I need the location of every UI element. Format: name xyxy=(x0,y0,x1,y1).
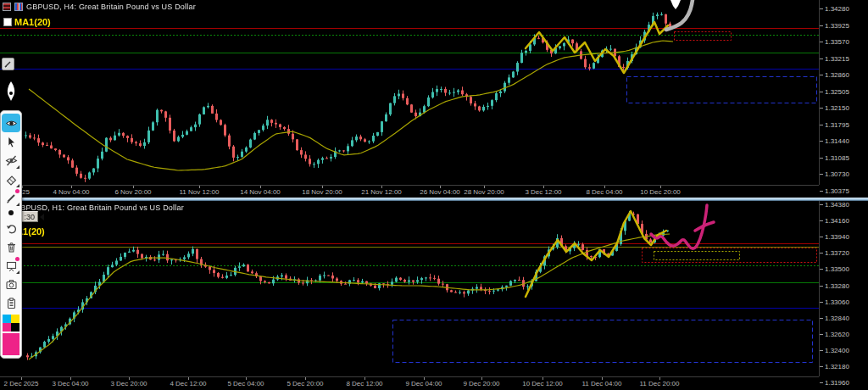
price-label: 1.33060 xyxy=(825,298,849,306)
time-label: 5 Dec 20:00 xyxy=(274,380,337,387)
annotation-tool-panel xyxy=(0,110,22,359)
price-label: 1.33940 xyxy=(825,233,849,241)
price-tick xyxy=(820,108,823,109)
price-tick xyxy=(820,318,823,319)
pen-nib-icon[interactable] xyxy=(3,81,19,106)
price-tick xyxy=(820,8,823,9)
price-tick xyxy=(820,382,823,383)
time-label: 9 Dec 20:00 xyxy=(450,380,513,387)
countdown-arrow-icon xyxy=(40,214,44,220)
eye-icon xyxy=(5,117,18,130)
price-tick xyxy=(820,204,823,205)
price-label: 1.32400 xyxy=(825,347,849,354)
h4-chart-header: GBPUSD, H4: Great Britain Pound vs US Do… xyxy=(3,2,196,12)
time-label: 9 Dec 04:00 xyxy=(392,380,455,387)
price-label: 1.30730 xyxy=(825,170,849,178)
ma-indicator-row: MA1(20) xyxy=(3,17,51,27)
time-label: 8 Dec 04:00 xyxy=(573,188,636,196)
whiteboard-button[interactable] xyxy=(2,256,20,275)
time-label: 21 Nov 12:00 xyxy=(350,188,413,196)
price-tick xyxy=(820,269,823,270)
panel-splitter[interactable] xyxy=(0,198,868,201)
price-tick xyxy=(820,58,823,59)
price-label: 1.33215 xyxy=(825,55,849,63)
price-tick xyxy=(820,42,823,42)
color-pink[interactable] xyxy=(3,323,11,332)
color-black[interactable] xyxy=(11,323,19,332)
h4-chart-canvas[interactable] xyxy=(0,0,819,185)
submenu-corner xyxy=(16,203,19,206)
mini-pen-icon[interactable] xyxy=(2,58,14,70)
price-tick xyxy=(820,334,823,335)
time-label: 5 Dec 04:00 xyxy=(214,380,277,387)
color-yellow[interactable] xyxy=(11,315,19,323)
active-color-swatch[interactable] xyxy=(3,333,19,355)
h1-chart-canvas[interactable] xyxy=(0,201,819,376)
ma-checkbox[interactable] xyxy=(3,18,12,26)
price-label: 1.33570 xyxy=(825,38,849,46)
price-tick xyxy=(820,302,823,303)
eye-tool-button[interactable] xyxy=(2,114,20,132)
time-label: 10 Dec 20:00 xyxy=(629,188,692,196)
price-tick xyxy=(820,174,823,175)
candle-countdown-value: :30 xyxy=(24,213,35,221)
price-label: 1.33720 xyxy=(825,249,849,257)
price-label: 1.32840 xyxy=(825,315,849,322)
submenu-corner xyxy=(16,270,19,274)
chart-panel-h4: GBPUSD, H4: Great Britain Pound vs US Do… xyxy=(0,0,868,198)
time-label: 3 Dec 20:00 xyxy=(97,380,160,387)
trash-icon xyxy=(5,241,18,254)
price-label: 1.31795 xyxy=(825,121,849,129)
price-tick xyxy=(820,75,823,75)
cursor-tool-button[interactable] xyxy=(2,132,20,151)
time-label: 11 Dec 04:00 xyxy=(570,380,633,387)
time-label: 3 Dec 04:00 xyxy=(39,380,102,387)
board-color-dot xyxy=(15,257,19,261)
price-label: 1.30375 xyxy=(825,187,849,195)
price-label: 1.31960 xyxy=(825,379,849,387)
clipboard-button[interactable] xyxy=(2,293,20,312)
price-tick xyxy=(820,286,823,287)
price-tick xyxy=(820,125,823,125)
price-tick xyxy=(820,191,823,192)
trading-app-window: GBPUSD, H4: Great Britain Pound vs US Do… xyxy=(0,0,868,390)
time-label: 28 Nov 20:00 xyxy=(453,188,515,196)
trash-button[interactable] xyxy=(2,237,20,256)
undo-button[interactable] xyxy=(2,219,20,237)
time-label: 6 Nov 20:00 xyxy=(102,188,164,196)
price-label: 1.31085 xyxy=(825,154,849,162)
time-axis-h4[interactable]: 20254 Nov 04:006 Nov 20:0011 Nov 12:0014… xyxy=(0,185,819,198)
chart-title-h4: GBPUSD, H4: Great Britain Pound vs US Do… xyxy=(26,3,196,11)
screenshot-button[interactable] xyxy=(2,275,20,293)
time-axis-h1[interactable]: 2 Dec 20253 Dec 04:003 Dec 20:004 Dec 12… xyxy=(0,376,819,390)
pen-glyph xyxy=(4,60,12,68)
price-axis-h1[interactable]: 1.343801.341601.339401.337201.335001.332… xyxy=(819,201,868,376)
color-cyan[interactable] xyxy=(3,315,11,323)
pen-tool-button[interactable] xyxy=(2,188,20,207)
price-label: 1.33500 xyxy=(825,265,849,273)
privacy-screen-button[interactable] xyxy=(2,151,20,170)
price-axis-h4[interactable]: 1.342801.339251.335701.332151.328601.325… xyxy=(819,0,868,185)
clipboard-icon xyxy=(5,297,18,309)
price-label: 1.33280 xyxy=(825,282,849,290)
price-label: 1.32620 xyxy=(825,331,849,338)
time-label: 8 Dec 12:00 xyxy=(333,380,396,387)
price-tick xyxy=(820,366,823,367)
window-icon xyxy=(3,3,11,11)
price-label: 1.34280 xyxy=(825,5,849,13)
time-label: 3 Dec 12:00 xyxy=(512,188,575,196)
price-tick xyxy=(820,25,823,26)
time-label: 4 Dec 12:00 xyxy=(157,380,220,387)
price-tick xyxy=(820,220,823,221)
price-label: 1.34380 xyxy=(825,201,849,209)
price-tick xyxy=(820,141,823,142)
price-tick xyxy=(820,253,823,254)
price-label: 1.32505 xyxy=(825,88,849,96)
chart-type-icon xyxy=(14,3,23,11)
eraser-tool-button[interactable] xyxy=(2,170,20,188)
price-label: 1.31440 xyxy=(825,137,849,145)
chart-title-h1: GBPUSD, H1: Great Britain Pound vs US Do… xyxy=(14,203,184,212)
price-tick xyxy=(820,350,823,351)
time-label: 11 Dec 20:00 xyxy=(628,380,691,387)
stroke-size-dot[interactable] xyxy=(8,210,14,215)
